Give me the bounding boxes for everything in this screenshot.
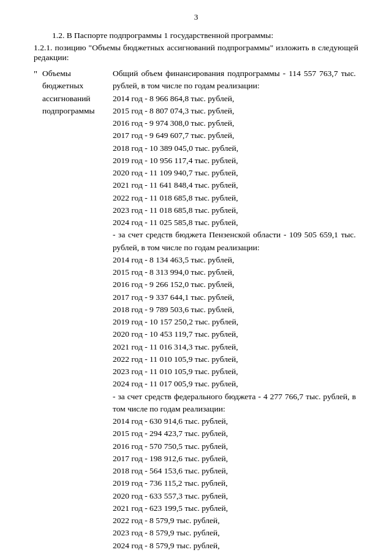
right-content-line: 2022 год - 8 579,9 тыс. рублей, xyxy=(113,516,220,525)
right-content-line: 2016 год - 570 750,5 тыс. рублей, xyxy=(113,442,228,451)
right-content-line: 2024 год - 11 025 585,8 тыс. рублей, xyxy=(113,218,238,227)
right-content-line: 2019 год - 10 956 117,4 тыс. рублей, xyxy=(113,156,238,165)
right-content-line: 2019 год - 736 115,2 тыс. рублей, xyxy=(113,478,228,488)
right-content-line: 2014 год - 630 914,6 тыс. рублей, xyxy=(113,416,228,426)
label-line-2: бюджетных xyxy=(42,81,83,90)
label-line-4: подпрограммы xyxy=(42,106,95,115)
page: 3 1.2. В Паспорте подпрограммы 1 государ… xyxy=(0,0,392,555)
right-content-line: 2016 год - 9 266 152,0 тыс. рублей, xyxy=(113,280,234,289)
right-content-line: 2018 год - 9 789 503,6 тыс. рублей, xyxy=(113,305,234,314)
right-content-line: 2020 год - 11 109 940,7 тыс. рублей, xyxy=(113,168,238,177)
right-content-line: 2016 год - 9 974 308,0 тыс. рублей, xyxy=(113,118,234,128)
right-content-line: - за счет средств бюджета Пензенской обл… xyxy=(113,230,356,251)
right-content-line: 2020 год - 633 557,3 тыс. рублей, xyxy=(113,491,228,500)
right-content-line: 2023 год - 11 010 105,9 тыс. рублей, xyxy=(113,367,238,376)
right-content-line: 2018 год - 564 153,6 тыс. рублей, xyxy=(113,466,228,475)
section-1-2-text: 1.2. В Паспорте подпрограммы 1 государст… xyxy=(52,31,273,40)
quote-mark: " xyxy=(34,67,42,552)
section-1-2-1: 1.2.1. позицию "Объемы бюджетных ассигно… xyxy=(34,43,358,63)
right-content-line: 2021 год - 11 016 314,3 тыс. рублей, xyxy=(113,342,238,351)
right-content: Общий объем финансирования подпрограммы … xyxy=(113,67,358,552)
section-1-2: 1.2. В Паспорте подпрограммы 1 государст… xyxy=(34,31,358,40)
right-content-line: 2024 год - 11 017 005,9 тыс. рублей, xyxy=(113,379,238,388)
right-content-line: 2023 год - 11 018 685,8 тыс. рублей, xyxy=(113,205,238,215)
content-table: " Объемы бюджетных ассигнований подпрогр… xyxy=(34,67,358,552)
right-content-line: 2020 год - 10 453 119,7 тыс. рублей, xyxy=(113,329,238,339)
right-content-line: 2014 год - 8 966 864,8 тыс. рублей, xyxy=(113,94,234,103)
right-content-line: Общий объем финансирования подпрограммы … xyxy=(113,69,356,90)
right-content-line: 2024 год - 8 579,9 тыс. рублей, xyxy=(113,541,220,550)
right-content-line: 2017 год - 9 649 607,7 тыс. рублей, xyxy=(113,131,234,140)
right-content-line: 2015 год - 8 807 074,3 тыс. рублей, xyxy=(113,106,234,115)
right-content-line: 2023 год - 8 579,9 тыс. рублей, xyxy=(113,528,220,537)
right-content-line: 2021 год - 623 199,5 тыс. рублей, xyxy=(113,503,228,513)
page-number: 3 xyxy=(34,12,358,22)
right-content-line: 2015 год - 294 423,7 тыс. рублей, xyxy=(113,429,228,438)
right-content-line: 2017 год - 198 912,6 тыс. рублей, xyxy=(113,454,228,463)
label-line-3: ассигнований xyxy=(42,94,91,103)
right-content-line: 2019 год - 10 157 250,2 тыс. рублей, xyxy=(113,317,238,326)
right-content-line: 2022 год - 11 010 105,9 тыс. рублей, xyxy=(113,354,238,364)
right-content-line: 2022 год - 11 018 685,8 тыс. рублей, xyxy=(113,193,238,202)
left-label: Объемы бюджетных ассигнований подпрограм… xyxy=(42,67,113,552)
right-content-line: 2015 год - 8 313 994,0 тыс. рублей, xyxy=(113,267,234,277)
right-content-line: 2014 год - 8 134 463,5 тыс. рублей, xyxy=(113,255,234,264)
right-content-line: - за счет средств федерального бюджета -… xyxy=(113,392,356,413)
right-content-line: 2018 год - 10 389 045,0 тыс. рублей, xyxy=(113,144,238,153)
section-1-2-1-text: 1.2.1. позицию "Объемы бюджетных ассигно… xyxy=(34,43,358,62)
label-line-1: Объемы xyxy=(42,69,71,78)
right-content-line: 2017 год - 9 337 644,1 тыс. рублей, xyxy=(113,293,234,302)
right-content-line: 2021 год - 11 641 848,4 тыс. рублей, xyxy=(113,180,238,189)
